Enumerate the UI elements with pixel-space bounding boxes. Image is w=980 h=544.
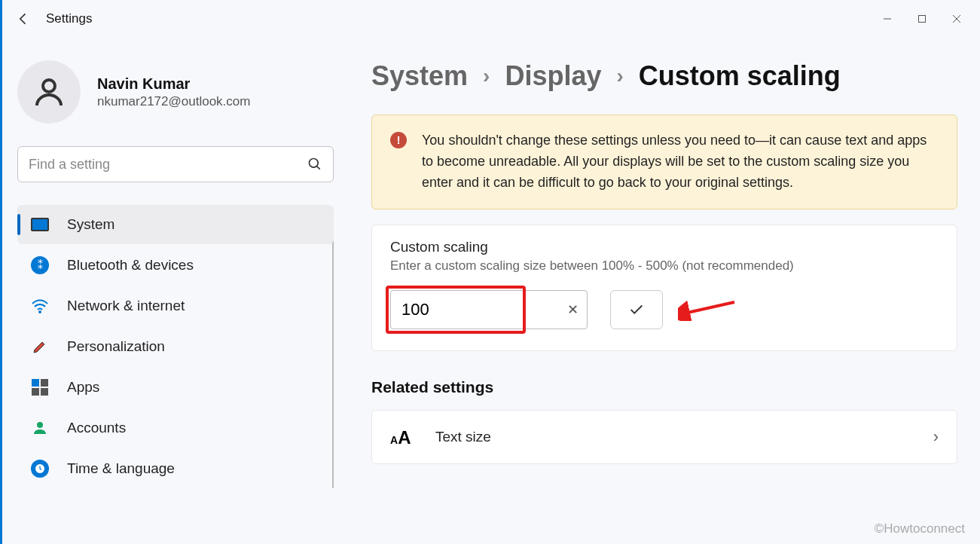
svg-rect-1	[919, 16, 926, 23]
maximize-button[interactable]	[905, 7, 939, 31]
warning-icon: !	[390, 132, 407, 148]
sidebar-item-system[interactable]: System	[17, 205, 334, 244]
minimize-button[interactable]	[870, 7, 905, 31]
related-heading: Related settings	[371, 378, 957, 396]
watermark: ©Howtoconnect	[875, 521, 965, 536]
sidebar-item-label: Apps	[67, 379, 99, 396]
bluetooth-icon: ⁑	[29, 255, 50, 276]
avatar-icon	[17, 60, 81, 124]
breadcrumb-display[interactable]: Display	[505, 60, 601, 92]
warning-banner: ! You shouldn't change these settings un…	[371, 115, 957, 209]
breadcrumb: System › Display › Custom scaling	[371, 60, 957, 92]
user-profile[interactable]: Navin Kumar nkumar2172@outlook.com	[17, 60, 334, 124]
brush-icon	[29, 336, 50, 357]
apps-icon	[29, 377, 50, 398]
wifi-icon	[29, 295, 50, 316]
chevron-right-icon: ›	[616, 64, 623, 88]
clock-icon	[29, 458, 50, 479]
app-title: Settings	[46, 11, 92, 26]
scale-input[interactable]	[390, 290, 588, 329]
sidebar-item-label: Accounts	[67, 420, 126, 436]
breadcrumb-current: Custom scaling	[639, 60, 841, 92]
search-icon	[307, 157, 322, 172]
annotation-arrow	[678, 298, 738, 321]
sidebar-item-time[interactable]: Time & language	[17, 449, 334, 488]
system-icon	[29, 214, 50, 235]
link-label: Text size	[435, 429, 914, 445]
chevron-right-icon: ›	[483, 64, 490, 88]
accounts-icon	[29, 417, 50, 439]
svg-line-10	[684, 302, 734, 313]
back-button[interactable]	[8, 4, 38, 34]
svg-point-4	[43, 80, 55, 92]
user-email: nkumar2172@outlook.com	[97, 94, 250, 109]
sidebar-item-apps[interactable]: Apps	[17, 368, 334, 407]
user-name: Navin Kumar	[97, 75, 250, 93]
custom-scaling-card: Custom scaling Enter a custom scaling si…	[371, 225, 957, 351]
text-size-link[interactable]: AA Text size ›	[371, 410, 957, 464]
svg-point-5	[310, 159, 319, 168]
sidebar-item-label: Time & language	[67, 460, 175, 477]
sidebar-item-personalization[interactable]: Personalization	[17, 327, 334, 366]
sidebar-item-accounts[interactable]: Accounts	[17, 408, 334, 448]
sidebar-item-label: Network & internet	[67, 298, 185, 314]
sidebar-item-bluetooth[interactable]: ⁑ Bluetooth & devices	[17, 246, 334, 285]
close-button[interactable]	[939, 7, 974, 31]
card-title: Custom scaling	[390, 239, 939, 255]
warning-text: You shouldn't change these settings unle…	[422, 130, 939, 194]
clear-button[interactable]: ✕	[567, 301, 579, 318]
sidebar-item-label: System	[67, 216, 114, 233]
search-input[interactable]	[29, 157, 307, 173]
card-subtitle: Enter a custom scaling size between 100%…	[390, 258, 939, 274]
confirm-button[interactable]	[610, 290, 663, 329]
search-box[interactable]	[17, 146, 334, 182]
chevron-right-icon: ›	[933, 427, 939, 447]
svg-point-7	[39, 311, 41, 313]
sidebar-item-network[interactable]: Network & internet	[17, 286, 334, 325]
sidebar-item-label: Personalization	[67, 338, 165, 355]
svg-point-8	[37, 422, 43, 428]
svg-line-6	[317, 167, 320, 170]
checkmark-icon	[628, 301, 645, 318]
breadcrumb-system[interactable]: System	[371, 60, 468, 92]
text-size-icon: AA	[390, 427, 416, 447]
sidebar-item-label: Bluetooth & devices	[67, 257, 194, 274]
